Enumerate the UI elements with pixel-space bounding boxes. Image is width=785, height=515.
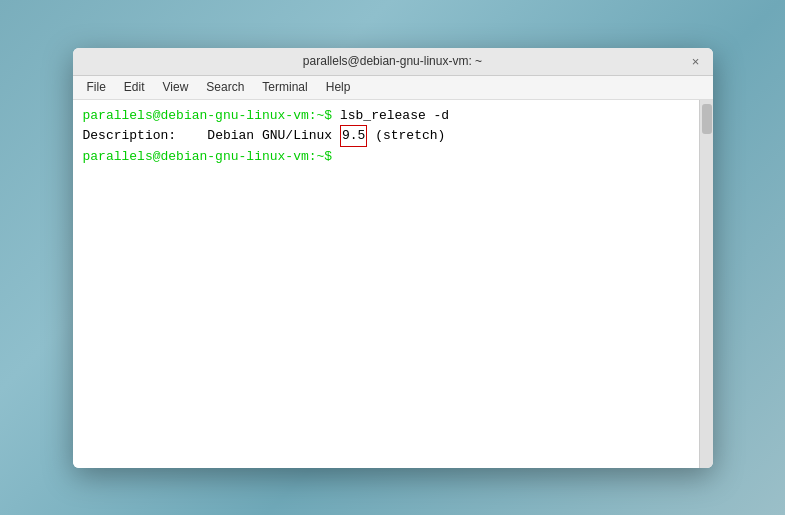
terminal-output-suffix: (stretch) bbox=[367, 126, 445, 146]
terminal-highlighted-version: 9.5 bbox=[340, 125, 367, 147]
title-bar: parallels@debian-gnu-linux-vm: ~ × bbox=[73, 48, 713, 76]
terminal-area: parallels@debian-gnu-linux-vm:~$ lsb_rel… bbox=[73, 100, 713, 468]
terminal-output-value: Debian GNU/Linux bbox=[176, 126, 340, 146]
menu-edit[interactable]: Edit bbox=[116, 78, 153, 96]
terminal-line-2: Description: Debian GNU/Linux 9.5 (stret… bbox=[83, 125, 689, 147]
terminal-output-label: Description: bbox=[83, 126, 177, 146]
terminal-command-1: lsb_release -d bbox=[340, 106, 449, 126]
terminal-prompt-2: parallels@debian-gnu-linux-vm:~$ bbox=[83, 147, 340, 167]
menu-file[interactable]: File bbox=[79, 78, 114, 96]
menu-help[interactable]: Help bbox=[318, 78, 359, 96]
window-title: parallels@debian-gnu-linux-vm: ~ bbox=[97, 54, 689, 68]
terminal-line-1: parallels@debian-gnu-linux-vm:~$ lsb_rel… bbox=[83, 106, 689, 126]
terminal-content[interactable]: parallels@debian-gnu-linux-vm:~$ lsb_rel… bbox=[73, 100, 699, 468]
close-button[interactable]: × bbox=[689, 54, 703, 68]
scrollbar-thumb[interactable] bbox=[702, 104, 712, 134]
menu-search[interactable]: Search bbox=[198, 78, 252, 96]
menu-terminal[interactable]: Terminal bbox=[254, 78, 315, 96]
menu-view[interactable]: View bbox=[155, 78, 197, 96]
scrollbar[interactable] bbox=[699, 100, 713, 468]
terminal-prompt-1: parallels@debian-gnu-linux-vm:~$ bbox=[83, 106, 340, 126]
terminal-line-3: parallels@debian-gnu-linux-vm:~$ bbox=[83, 147, 689, 167]
terminal-window: parallels@debian-gnu-linux-vm: ~ × File … bbox=[73, 48, 713, 468]
menu-bar: File Edit View Search Terminal Help bbox=[73, 76, 713, 100]
